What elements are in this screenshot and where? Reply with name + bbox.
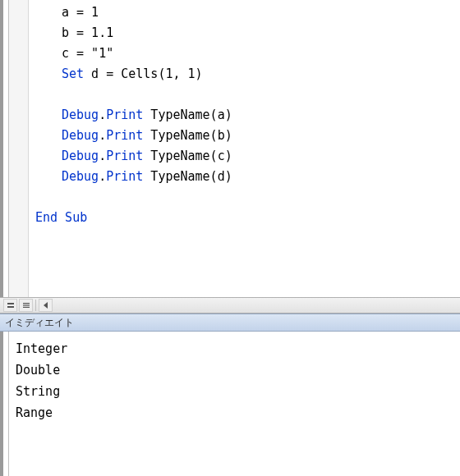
svg-rect-2 [23, 303, 30, 304]
immediate-line: Double [16, 359, 460, 381]
keyword-token: Set [62, 66, 84, 81]
keyword-token: Debug [62, 108, 99, 122]
code-line[interactable] [29, 187, 460, 208]
code-token: TypeName(a) [143, 108, 232, 122]
keyword-token: Debug [62, 149, 99, 163]
svg-rect-3 [23, 304, 30, 305]
code-token: TypeName(d) [143, 169, 232, 184]
code-token: . [99, 169, 106, 184]
code-line[interactable]: Debug.Print TypeName(c) [29, 146, 460, 167]
code-token: a = 1 [62, 5, 99, 20]
immediate-output[interactable]: IntegerDoubleStringRange [8, 332, 460, 476]
code-editor-pane[interactable]: a = 1b = 1.1c = "1"Set d = Cells(1, 1)De… [0, 0, 460, 297]
code-line[interactable]: a = 1 [29, 2, 460, 23]
procedure-view-button[interactable] [3, 299, 17, 312]
code-line[interactable]: Set d = Cells(1, 1) [29, 64, 460, 85]
keyword-token: Print [106, 149, 143, 163]
code-line[interactable]: Debug.Print TypeName(b) [29, 126, 460, 146]
toolbar-separator [35, 300, 36, 311]
immediate-title-text: イミディエイト [5, 316, 74, 330]
code-token: b = 1.1 [62, 25, 113, 40]
code-content[interactable]: a = 1b = 1.1c = "1"Set d = Cells(1, 1)De… [29, 0, 460, 228]
full-module-view-button[interactable] [19, 299, 33, 312]
svg-rect-4 [23, 307, 30, 308]
keyword-token: End Sub [35, 210, 87, 225]
code-line[interactable]: c = "1" [29, 43, 460, 64]
keyword-token: Print [106, 169, 143, 184]
code-line[interactable]: b = 1.1 [29, 23, 460, 43]
code-line[interactable]: Debug.Print TypeName(d) [29, 167, 460, 187]
immediate-window[interactable]: IntegerDoubleStringRange [0, 332, 460, 476]
code-line[interactable] [29, 85, 460, 105]
svg-rect-0 [7, 303, 14, 304]
code-line[interactable]: End Sub [29, 208, 460, 228]
code-token: d = Cells(1, 1) [84, 66, 203, 81]
code-margin [9, 0, 29, 297]
immediate-window-title: イミディエイト [0, 314, 460, 332]
keyword-token: Print [106, 108, 143, 122]
code-token: . [99, 149, 106, 163]
immediate-line: Integer [16, 338, 460, 359]
code-token: TypeName(b) [143, 128, 232, 143]
code-line[interactable]: Debug.Print TypeName(a) [29, 105, 460, 126]
view-toolbar [0, 297, 460, 314]
code-token: . [99, 108, 106, 122]
keyword-token: Print [106, 128, 143, 143]
code-token: . [99, 128, 106, 143]
svg-rect-1 [7, 306, 14, 308]
keyword-token: Debug [62, 128, 99, 143]
scroll-left-button[interactable] [39, 299, 53, 312]
code-token: c = "1" [62, 46, 113, 61]
keyword-token: Debug [62, 169, 99, 184]
immediate-line: Range [16, 402, 460, 423]
code-token: TypeName(c) [143, 149, 232, 163]
svg-marker-5 [44, 302, 48, 309]
immediate-line: String [16, 381, 460, 402]
